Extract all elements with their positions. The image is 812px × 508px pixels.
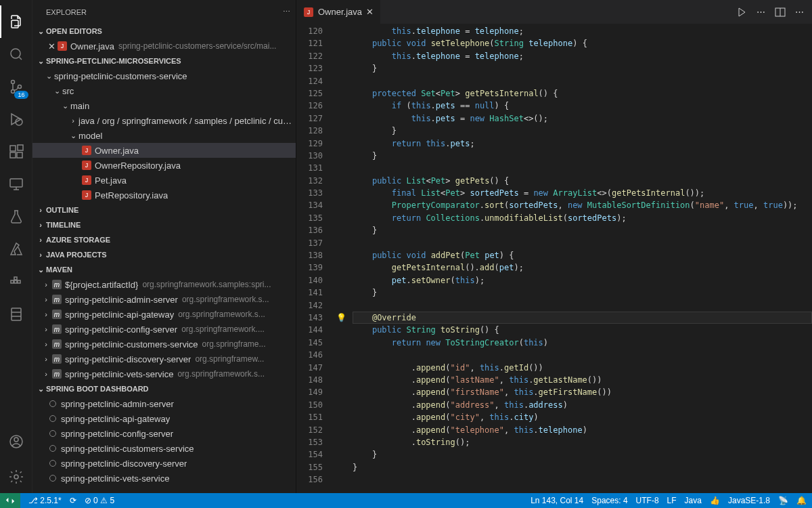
maven-item[interactable]: ›spring-petclinic-api-gatewayorg.springf… (32, 307, 296, 322)
maven-icon (51, 369, 62, 379)
remote-indicator[interactable] (0, 493, 20, 508)
indentation[interactable]: Spaces: 4 (591, 496, 627, 505)
lightbulb-icon[interactable]: 💡 (336, 312, 346, 324)
open-editors-section[interactable]: ⌄OPEN EDITORS (32, 24, 296, 39)
tree-folder[interactable]: ⌄main (32, 98, 296, 113)
close-icon[interactable]: ✕ (366, 7, 374, 17)
azure-icon[interactable] (0, 233, 32, 266)
code-editor[interactable]: 1201211221231241251261271281291301311321… (296, 24, 812, 493)
git-branch[interactable]: ⎇ 2.5.1* (28, 496, 62, 505)
tree-file[interactable]: OwnerRepository.java (32, 158, 296, 173)
spring-boot-item[interactable]: spring-petclinic-api-gateway (32, 411, 296, 426)
search-icon[interactable] (0, 38, 32, 70)
azure-storage-section[interactable]: ›AZURE STORAGE (32, 232, 296, 247)
svg-rect-8 (17, 152, 22, 158)
spring-boot-item[interactable]: spring-petclinic-admin-server (32, 396, 296, 411)
svg-point-3 (11, 90, 14, 93)
tree-folder[interactable]: ⌄src (32, 83, 296, 98)
spring-boot-item[interactable]: spring-petclinic-discovery-server (32, 456, 296, 471)
svg-rect-9 (18, 145, 23, 150)
activity-bar: 16 (0, 0, 32, 493)
java-projects-section[interactable]: ›JAVA PROJECTS (32, 247, 296, 262)
maven-section[interactable]: ⌄MAVEN (32, 262, 296, 277)
tree-file[interactable]: PetRepository.iava (32, 188, 296, 203)
app-status-icon (47, 475, 58, 482)
encoding[interactable]: UTF-8 (636, 496, 659, 505)
broadcast-icon[interactable]: 📡 (778, 496, 788, 505)
status-bar: ⎇ 2.5.1* ⟳ ⊘ 0 ⚠ 5 Ln 143, Col 14 Spaces… (0, 493, 812, 508)
explorer-title: EXPLORER (46, 8, 87, 16)
maven-icon (51, 280, 62, 289)
language-mode[interactable]: Java (685, 496, 702, 505)
bell-icon[interactable]: 🔔 (796, 496, 807, 505)
maven-item[interactable]: ›spring-petclinic-admin-serverorg.spring… (32, 292, 296, 307)
run-debug-icon[interactable] (0, 103, 32, 135)
spring-boot-item[interactable]: spring-petclinic-config-server (32, 426, 296, 441)
close-icon[interactable]: ✕ (46, 41, 57, 51)
maven-item[interactable]: ›${project.artifactId}org.springframewor… (32, 277, 296, 292)
editor-tab[interactable]: Owner.java ✕ (296, 0, 381, 24)
tree-folder[interactable]: ⌄spring-petclinic-customers-service (32, 68, 296, 83)
eol[interactable]: LF (667, 496, 677, 505)
open-editor-item[interactable]: ✕ Owner.java spring-petclinic-customers-… (32, 39, 296, 54)
spring-boot-section[interactable]: ⌄SPRING BOOT DASHBOARD (32, 381, 296, 396)
app-status-icon (47, 460, 58, 467)
maven-item[interactable]: ›spring-petclinic-config-serverorg.sprin… (32, 322, 296, 337)
accounts-icon[interactable] (0, 425, 32, 458)
spring-boot-item[interactable]: spring-petclinic-vets-service (32, 471, 296, 486)
sync-icon[interactable]: ⟳ (70, 496, 76, 505)
testing-icon[interactable] (0, 200, 32, 233)
app-status-icon (47, 445, 58, 452)
maven-icon (51, 310, 62, 319)
maven-item[interactable]: ›spring-petclinic-discovery-serverorg.sp… (32, 352, 296, 366)
extensions-icon[interactable] (0, 135, 32, 168)
svg-point-18 (14, 475, 18, 479)
spring-boot-item[interactable]: spring-petclinic-customers-service (32, 441, 296, 456)
maven-item[interactable]: ›spring-petclinic-vets-serviceorg.spring… (32, 366, 296, 381)
editor-area: Owner.java ✕ ⋯ ⋯ 12012112212312412512612… (296, 0, 812, 493)
svg-rect-12 (14, 280, 17, 283)
tree-file[interactable]: Pet.java (32, 173, 296, 188)
docker-icon[interactable] (0, 266, 32, 298)
svg-rect-10 (10, 179, 22, 187)
java-file-icon (81, 190, 92, 200)
cursor-position[interactable]: Ln 143, Col 14 (531, 496, 583, 505)
line-gutter: 1201211221231241251261271281291301311321… (296, 24, 334, 493)
svg-point-17 (14, 438, 18, 442)
remote-explorer-icon[interactable] (0, 168, 32, 200)
database-icon[interactable] (0, 298, 32, 331)
svg-rect-13 (18, 280, 20, 283)
app-status-icon (47, 400, 58, 407)
outline-section[interactable]: ›OUTLINE (32, 203, 296, 217)
tab-label: Owner.java (318, 7, 362, 17)
tree-folder[interactable]: ›java / org / springframework / samples … (32, 113, 296, 128)
workspace-section[interactable]: ⌄SPRING-PETCLINIC-MICROSERVICES (32, 54, 296, 68)
svg-rect-7 (10, 152, 16, 158)
tab-bar: Owner.java ✕ ⋯ ⋯ (296, 0, 812, 24)
svg-point-1 (11, 49, 20, 58)
timeline-section[interactable]: ›TIMELINE (32, 217, 296, 232)
split-icon[interactable] (775, 7, 786, 18)
source-control-icon[interactable]: 16 (0, 70, 32, 103)
feedback-icon[interactable]: 👍 (710, 496, 720, 505)
scm-badge: 16 (14, 91, 28, 99)
maven-item[interactable]: ›spring-petclinic-customers-serviceorg.s… (32, 337, 296, 352)
settings-gear-icon[interactable] (0, 461, 32, 493)
explorer-icon[interactable] (0, 5, 32, 38)
glyph-margin: 💡 (334, 24, 353, 493)
tree-file[interactable]: Owner.java (32, 143, 296, 158)
sidebar: EXPLORER ⋯ ⌄OPEN EDITORS ✕ Owner.java sp… (32, 0, 296, 493)
more-icon[interactable]: ⋯ (795, 7, 804, 18)
jdk-indicator[interactable]: JavaSE-1.8 (728, 496, 770, 505)
run-icon[interactable] (736, 7, 747, 18)
java-file-icon (81, 161, 92, 170)
java-file-icon (81, 146, 92, 155)
maven-icon (51, 339, 62, 349)
app-status-icon (47, 430, 58, 437)
tree-folder[interactable]: ⌄model (32, 128, 296, 143)
svg-rect-0 (12, 20, 18, 28)
more-icon[interactable]: ⋯ (757, 7, 765, 18)
problems-indicator[interactable]: ⊘ 0 ⚠ 5 (85, 496, 114, 505)
maven-icon (51, 354, 62, 364)
more-icon[interactable]: ⋯ (283, 7, 290, 16)
